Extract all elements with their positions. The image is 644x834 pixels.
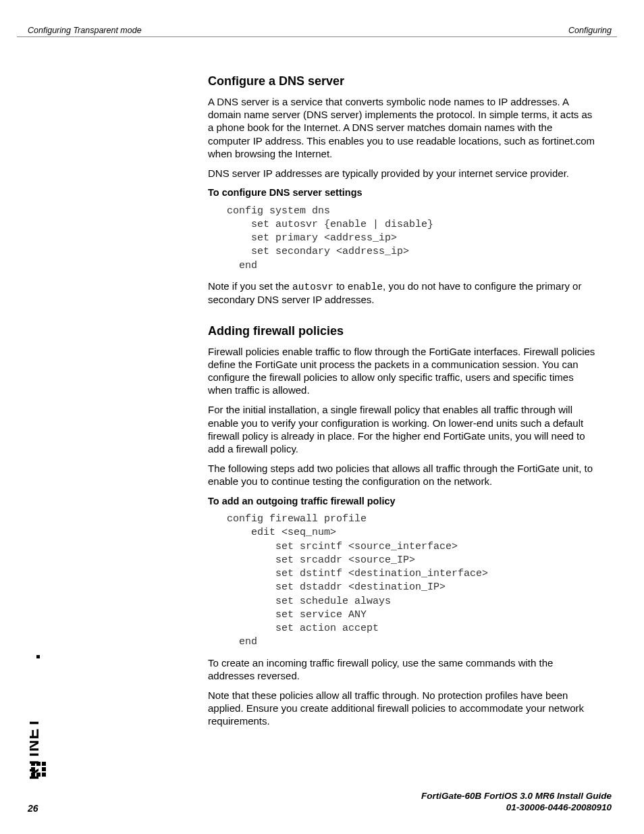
svg-rect-2 [42, 762, 46, 766]
text: Note if you set the [208, 280, 292, 292]
main-content: Configure a DNS server A DNS server is a… [208, 74, 597, 735]
header-left: Configuring Transparent mode [28, 26, 142, 35]
paragraph: A DNS server is a service that converts … [208, 95, 597, 160]
svg-rect-9 [36, 655, 40, 658]
paragraph: DNS server IP addresses are typically pr… [208, 167, 597, 180]
code-block-dns: config system dns set autosvr {enable | … [227, 205, 597, 273]
paragraph: Note that these policies allow all traff… [208, 689, 597, 728]
header-right: Configuring [568, 26, 612, 35]
inline-code: autosvr [292, 282, 333, 292]
inline-code: enable [348, 282, 383, 292]
subheading-outgoing-policy: To add an outgoing traffic firewall poli… [208, 495, 597, 508]
paragraph-note: Note if you set the autosvr to enable, y… [208, 280, 597, 307]
header-rule [17, 36, 617, 37]
text: to [333, 280, 348, 292]
paragraph: Firewall policies enable traffic to flow… [208, 345, 597, 397]
svg-rect-7 [42, 773, 46, 777]
footer-guide-title: FortiGate-60B FortiOS 3.0 MR6 Install Gu… [0, 791, 612, 802]
subheading-dns-settings: To configure DNS server settings [208, 186, 597, 199]
footer-doc-id: 01-30006-0446-20080910 [0, 802, 612, 814]
code-block-firewall: config firewall profile edit <seq_num> s… [227, 513, 597, 650]
heading-firewall-policies: Adding firewall policies [208, 324, 597, 338]
fortinet-logo: F RTINET [30, 655, 47, 780]
paragraph: To create an incoming traffic firewall p… [208, 656, 597, 682]
svg-text:F   RTINET: F RTINET [30, 717, 42, 780]
heading-configure-dns: Configure a DNS server [208, 74, 597, 88]
footer: FortiGate-60B FortiOS 3.0 MR6 Install Gu… [0, 791, 612, 814]
paragraph: The following steps add two policies tha… [208, 462, 597, 488]
paragraph: For the initial installation, a single f… [208, 403, 597, 455]
document-page: Configuring Transparent mode Configuring… [0, 0, 644, 834]
svg-rect-4 [42, 767, 46, 771]
